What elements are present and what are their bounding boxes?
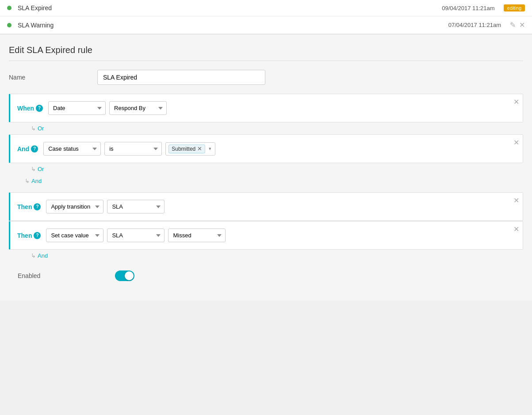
edit-panel: Edit SLA Expired rule Name When ? Date T… xyxy=(0,34,532,301)
and-field1-select[interactable]: Case status Priority Type xyxy=(43,142,101,156)
then-and-arrow: ↳ xyxy=(31,252,36,259)
and-and-row: ↳ And xyxy=(9,175,523,187)
submitted-tag-close[interactable]: ✕ xyxy=(197,146,202,152)
then1-field2-select[interactable]: SLA Open Closed xyxy=(107,200,165,213)
when-close-button[interactable]: ✕ xyxy=(513,98,519,106)
and-or-arrow: ↳ xyxy=(31,166,36,172)
rule-row-sla-expired: SLA Expired 09/04/2017 11:21am editing xyxy=(0,0,532,16)
when-field1-select[interactable]: Date Time xyxy=(48,101,106,115)
when-or-arrow: ↳ xyxy=(31,125,36,132)
then2-section: Then ? Set case value Apply transition S… xyxy=(9,221,523,250)
submitted-tag: Submitted ✕ xyxy=(168,145,205,153)
and-label: And ? xyxy=(17,145,38,152)
when-condition-inner: When ? Date Time Respond By Created Upda… xyxy=(10,94,523,122)
add-then-and-link[interactable]: And xyxy=(38,252,48,259)
delete-sla-warning-button[interactable]: ✕ xyxy=(519,21,525,29)
and-condition-inner: And ? Case status Priority Type is is no… xyxy=(10,135,523,163)
toggle-thumb xyxy=(125,271,134,280)
top-bar: SLA Expired 09/04/2017 11:21am editing S… xyxy=(0,0,532,34)
name-row: Name xyxy=(9,70,523,85)
when-field2-select[interactable]: Respond By Created Updated xyxy=(109,101,167,115)
tag-dropdown-button[interactable]: ▾ xyxy=(208,146,212,152)
rule-row-sla-warning: SLA Warning 07/04/2017 11:21am ✎ ✕ xyxy=(0,16,532,34)
toggle-track xyxy=(115,270,134,281)
and-help-icon[interactable]: ? xyxy=(31,145,38,152)
then1-section: Then ? Apply transition Set case value S… xyxy=(9,192,523,221)
when-section: When ? Date Time Respond By Created Upda… xyxy=(9,94,523,122)
enabled-label: Enabled xyxy=(18,272,106,279)
when-or-row: ↳ Or xyxy=(9,122,523,134)
edit-panel-title: Edit SLA Expired rule xyxy=(9,45,523,61)
then2-label: Then ? xyxy=(17,232,41,239)
rule-date-sla-expired: 09/04/2017 11:21am xyxy=(442,5,494,11)
when-help-icon[interactable]: ? xyxy=(36,105,43,112)
when-label: When ? xyxy=(17,105,43,112)
then2-help-icon[interactable]: ? xyxy=(34,232,41,239)
and-section: And ? Case status Priority Type is is no… xyxy=(9,134,523,163)
and-or-link[interactable]: Or xyxy=(38,166,44,172)
enabled-toggle[interactable] xyxy=(115,270,134,281)
then2-field1-select[interactable]: Set case value Apply transition Send ema… xyxy=(46,228,103,242)
name-label: Name xyxy=(9,74,97,81)
rule-name-sla-expired: SLA Expired xyxy=(18,4,442,11)
active-dot-sla-warning xyxy=(7,23,11,27)
rule-actions-sla-warning: ✎ ✕ xyxy=(510,21,525,29)
add-and-link[interactable]: And xyxy=(31,178,42,184)
then1-condition-inner: Then ? Apply transition Set case value S… xyxy=(10,193,523,221)
then-and-row: ↳ And xyxy=(9,250,523,262)
rule-name-sla-warning: SLA Warning xyxy=(18,22,448,29)
edit-sla-warning-button[interactable]: ✎ xyxy=(510,21,516,29)
enabled-row: Enabled xyxy=(9,262,523,290)
editing-badge: editing xyxy=(504,4,525,11)
then1-help-icon[interactable]: ? xyxy=(34,203,41,210)
active-dot-sla-expired xyxy=(7,6,11,10)
and-field2-select[interactable]: is is not xyxy=(104,142,162,156)
and-and-arrow: ↳ xyxy=(25,178,30,184)
and-or-row: ↳ Or xyxy=(9,163,523,175)
when-section-wrapper: When ? Date Time Respond By Created Upda… xyxy=(9,94,523,262)
name-input[interactable] xyxy=(97,70,265,85)
rule-date-sla-warning: 07/04/2017 11:21am xyxy=(448,22,501,28)
then2-close-button[interactable]: ✕ xyxy=(513,225,519,233)
then1-label: Then ? xyxy=(17,203,41,210)
submitted-tag-label: Submitted xyxy=(172,146,195,152)
then2-condition-inner: Then ? Set case value Apply transition S… xyxy=(10,221,523,249)
and-tag-select[interactable]: Submitted ✕ ▾ xyxy=(165,142,215,156)
then1-field1-select[interactable]: Apply transition Set case value Send ema… xyxy=(46,200,103,213)
and-close-button[interactable]: ✕ xyxy=(513,138,519,147)
then1-close-button[interactable]: ✕ xyxy=(513,196,519,205)
then2-field3-select[interactable]: Missed Active Expired xyxy=(168,228,226,242)
then2-field2-select[interactable]: SLA Priority Status xyxy=(107,228,165,242)
when-or-link[interactable]: Or xyxy=(38,125,44,132)
